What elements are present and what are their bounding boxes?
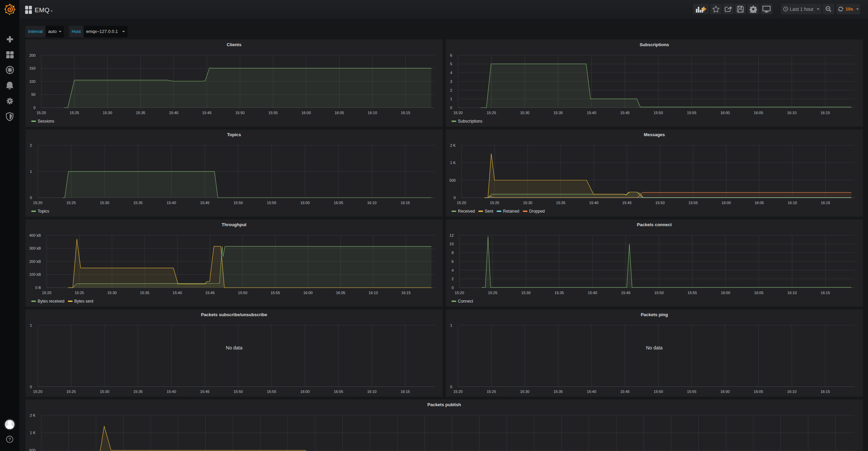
svg-text:16:15: 16:15 <box>401 201 410 205</box>
svg-text:16:00: 16:00 <box>720 111 730 115</box>
svg-text:16:05: 16:05 <box>336 291 345 295</box>
svg-text:15:30: 15:30 <box>523 201 532 205</box>
svg-text:16:00: 16:00 <box>301 111 311 115</box>
svg-text:16:10: 16:10 <box>368 291 378 295</box>
svg-text:15:35: 15:35 <box>140 291 149 295</box>
svg-text:15:50: 15:50 <box>238 291 247 295</box>
svg-text:16:05: 16:05 <box>334 111 344 115</box>
svg-text:15:40: 15:40 <box>589 201 598 205</box>
svg-text:15:40: 15:40 <box>167 390 176 394</box>
svg-text:15:50: 15:50 <box>235 111 245 115</box>
svg-text:15:25: 15:25 <box>486 111 496 115</box>
svg-text:15:50: 15:50 <box>653 390 663 394</box>
svg-text:Clients: Clients <box>226 42 241 47</box>
svg-text:16:05: 16:05 <box>754 111 763 115</box>
svg-text:16:05: 16:05 <box>754 390 763 394</box>
svg-text:0 B: 0 B <box>35 286 41 290</box>
svg-text:2: 2 <box>450 88 452 92</box>
svg-text:16:00: 16:00 <box>300 390 310 394</box>
svg-text:15:45: 15:45 <box>202 111 211 115</box>
svg-text:16:15: 16:15 <box>401 390 410 394</box>
svg-text:Packets ping: Packets ping <box>641 312 668 317</box>
svg-text:15:20: 15:20 <box>42 291 51 295</box>
svg-text:15:35: 15:35 <box>556 201 566 205</box>
svg-text:15:30: 15:30 <box>103 111 112 115</box>
svg-text:15:45: 15:45 <box>200 390 209 394</box>
svg-text:16:05: 16:05 <box>334 201 343 205</box>
svg-text:15:30: 15:30 <box>521 291 531 295</box>
svg-text:200: 200 <box>29 53 35 57</box>
svg-text:6: 6 <box>451 259 454 264</box>
svg-text:1: 1 <box>30 169 32 174</box>
svg-text:1 K: 1 K <box>450 161 456 165</box>
svg-text:1: 1 <box>450 97 452 101</box>
svg-text:15:55: 15:55 <box>271 291 280 295</box>
svg-text:15:25: 15:25 <box>488 291 497 295</box>
svg-text:16:05: 16:05 <box>334 390 343 394</box>
svg-text:15:50: 15:50 <box>233 201 243 205</box>
svg-text:15:45: 15:45 <box>620 111 630 115</box>
svg-text:16:10: 16:10 <box>787 291 797 295</box>
svg-text:15:20: 15:20 <box>455 291 464 295</box>
svg-text:3: 3 <box>450 79 452 84</box>
svg-text:15:20: 15:20 <box>453 111 463 115</box>
svg-text:15:30: 15:30 <box>520 390 530 394</box>
svg-text:16:05: 16:05 <box>754 291 763 295</box>
svg-text:6: 6 <box>450 53 452 57</box>
svg-text:2: 2 <box>30 143 32 147</box>
svg-text:2: 2 <box>451 277 454 281</box>
svg-text:15:45: 15:45 <box>622 201 632 205</box>
svg-text:50: 50 <box>31 92 35 96</box>
svg-text:15:40: 15:40 <box>587 111 596 115</box>
svg-text:0: 0 <box>30 196 32 200</box>
svg-text:16:10: 16:10 <box>787 111 796 115</box>
svg-text:15:55: 15:55 <box>687 111 696 115</box>
svg-text:15:40: 15:40 <box>167 201 176 205</box>
svg-text:15:55: 15:55 <box>687 291 697 295</box>
svg-text:500: 500 <box>449 178 456 182</box>
svg-text:15:35: 15:35 <box>133 201 143 205</box>
svg-text:16:10: 16:10 <box>787 390 796 394</box>
svg-text:15:45: 15:45 <box>205 291 215 295</box>
svg-text:400 kB: 400 kB <box>29 233 41 237</box>
svg-text:15:20: 15:20 <box>453 390 463 394</box>
svg-text:Packets subscribe/unsubscribe: Packets subscribe/unsubscribe <box>201 312 267 317</box>
svg-text:15:25: 15:25 <box>486 390 496 394</box>
svg-text:15:45: 15:45 <box>200 201 209 205</box>
svg-text:16:15: 16:15 <box>401 291 411 295</box>
svg-text:16:15: 16:15 <box>820 111 830 115</box>
svg-text:0: 0 <box>450 106 452 110</box>
svg-text:Subscriptions: Subscriptions <box>640 42 669 47</box>
svg-text:Throughput: Throughput <box>222 222 247 227</box>
svg-text:15:40: 15:40 <box>172 291 182 295</box>
svg-text:150: 150 <box>29 66 35 70</box>
svg-text:200 kB: 200 kB <box>29 259 41 264</box>
svg-text:15:35: 15:35 <box>553 390 563 394</box>
svg-text:15:50: 15:50 <box>654 291 664 295</box>
svg-text:100 kB: 100 kB <box>29 272 41 276</box>
svg-text:10: 10 <box>449 242 454 246</box>
svg-text:0: 0 <box>30 385 32 389</box>
svg-text:15:35: 15:35 <box>136 111 145 115</box>
svg-text:15:40: 15:40 <box>588 291 597 295</box>
svg-text:15:25: 15:25 <box>490 201 499 205</box>
svg-text:Packets publish: Packets publish <box>427 402 461 407</box>
svg-text:12: 12 <box>449 233 454 237</box>
svg-text:16:00: 16:00 <box>300 201 310 205</box>
svg-text:0: 0 <box>451 286 454 290</box>
svg-text:15:50: 15:50 <box>233 390 243 394</box>
svg-text:15:20: 15:20 <box>36 111 46 115</box>
svg-text:15:40: 15:40 <box>587 390 596 394</box>
svg-text:4: 4 <box>450 71 452 75</box>
svg-text:16:10: 16:10 <box>367 201 376 205</box>
svg-text:0: 0 <box>450 385 452 389</box>
svg-text:15:40: 15:40 <box>169 111 178 115</box>
svg-text:300 kB: 300 kB <box>29 246 41 250</box>
svg-text:15:35: 15:35 <box>553 111 563 115</box>
svg-text:15:55: 15:55 <box>268 111 278 115</box>
svg-text:15:25: 15:25 <box>66 201 76 205</box>
svg-text:0: 0 <box>33 106 35 110</box>
svg-text:15:55: 15:55 <box>688 201 698 205</box>
svg-text:15:20: 15:20 <box>33 390 42 394</box>
svg-text:15:35: 15:35 <box>554 291 564 295</box>
